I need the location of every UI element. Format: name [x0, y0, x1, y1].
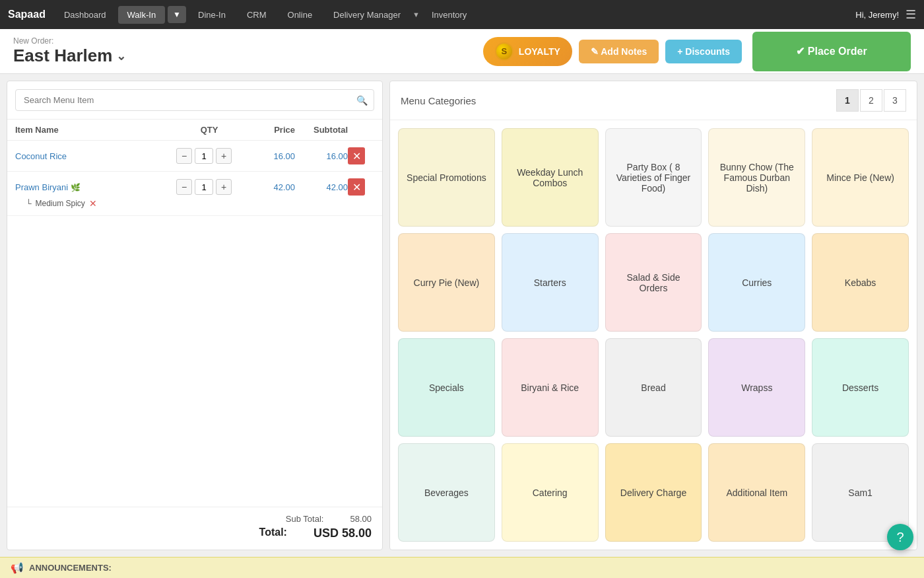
- loyalty-label: LOYALTY: [519, 46, 560, 57]
- walkin-dropdown-arrow[interactable]: ▼: [168, 6, 186, 23]
- remove-item-button[interactable]: ✕: [348, 178, 365, 196]
- modifier-row: └ Medium Spicy ✕: [15, 198, 374, 209]
- pagination: 1 2 3: [836, 89, 906, 112]
- nav-inventory[interactable]: Inventory: [422, 6, 476, 24]
- loyalty-coin: S: [495, 42, 513, 61]
- item-row: Coconut Rice − + 16.00 16.00 ✕: [15, 147, 374, 164]
- item-subtotal: 42.00: [295, 182, 348, 192]
- category-card[interactable]: Bunny Chow (The Famous Durban Dish): [708, 128, 805, 227]
- loyalty-button[interactable]: S LOYALTY: [483, 37, 572, 66]
- announcements-bar: 📢 ANNOUNCEMENTS:: [0, 557, 924, 578]
- delivery-dropdown-icon[interactable]: ▼: [412, 11, 420, 18]
- category-card[interactable]: Kebabs: [812, 233, 909, 332]
- category-card[interactable]: Curries: [708, 233, 805, 332]
- place-order-button[interactable]: ✔ Place Order: [752, 32, 911, 71]
- qty-decrease-button[interactable]: −: [176, 179, 192, 195]
- item-price: 42.00: [242, 182, 295, 192]
- search-wrapper: [15, 89, 374, 111]
- qty-decrease-button[interactable]: −: [176, 148, 192, 164]
- main-content: Item Name QTY Price Subtotal Coconut Ric…: [0, 74, 924, 557]
- category-card[interactable]: Curry Pie (New): [398, 233, 495, 332]
- category-card[interactable]: Bread: [605, 338, 702, 437]
- menu-categories-title: Menu Categories: [401, 95, 476, 106]
- nav-online[interactable]: Online: [279, 6, 322, 24]
- nav-crm[interactable]: CRM: [238, 6, 276, 24]
- category-card[interactable]: Starters: [502, 233, 599, 332]
- top-nav: Sapaad Dashboard Walk-In ▼ Dine-In CRM O…: [0, 0, 924, 29]
- qty-input[interactable]: [195, 179, 213, 195]
- category-card[interactable]: Biryani & Rice: [502, 338, 599, 437]
- total-label: Total:: [259, 526, 287, 540]
- nav-dinein[interactable]: Dine-In: [189, 6, 235, 24]
- veg-icon: 🌿: [71, 183, 81, 192]
- header-actions: S LOYALTY ✎ Add Notes + Discounts: [483, 37, 742, 66]
- hamburger-icon[interactable]: ☰: [906, 7, 916, 22]
- location-text: East Harlem: [13, 46, 112, 66]
- nav-dashboard[interactable]: Dashboard: [55, 6, 116, 24]
- new-order-label: New Order:: [13, 36, 126, 46]
- category-card[interactable]: Delivery Charge: [605, 443, 702, 542]
- col-qty: QTY: [176, 125, 242, 135]
- page-1-button[interactable]: 1: [836, 89, 859, 112]
- search-bar: [7, 81, 382, 120]
- category-card[interactable]: Desserts: [812, 338, 909, 437]
- discounts-button[interactable]: + Discounts: [665, 40, 742, 63]
- modifier-indent: └: [26, 199, 32, 208]
- add-notes-button[interactable]: ✎ Add Notes: [579, 40, 659, 63]
- category-card[interactable]: Additional Item: [708, 443, 805, 542]
- order-table-header: Item Name QTY Price Subtotal: [7, 120, 382, 141]
- total-row: Total: USD 58.00: [18, 526, 372, 540]
- megaphone-icon: 📢: [11, 561, 24, 574]
- remove-item-button[interactable]: ✕: [348, 147, 365, 164]
- qty-increase-button[interactable]: +: [216, 148, 232, 164]
- total-value: USD 58.00: [314, 526, 372, 540]
- qty-input[interactable]: [195, 148, 213, 164]
- location-section: New Order: East Harlem ⌄: [13, 36, 126, 66]
- brand-logo: Sapaad: [8, 9, 46, 20]
- page-3-button[interactable]: 3: [884, 89, 906, 112]
- help-button[interactable]: ?: [887, 524, 913, 550]
- qty-control: − +: [176, 179, 242, 195]
- modifier-remove-button[interactable]: ✕: [89, 198, 97, 209]
- col-price: Price: [242, 125, 295, 135]
- categories-grid: Special PromotionsWeekday Lunch CombosPa…: [390, 120, 917, 550]
- category-card[interactable]: Specials: [398, 338, 495, 437]
- announcements-label: ANNOUNCEMENTS:: [29, 563, 112, 573]
- order-items-list: Coconut Rice − + 16.00 16.00 ✕ Prawn Bir…: [7, 141, 382, 507]
- nav-walkin[interactable]: Walk-In: [118, 6, 166, 24]
- category-card[interactable]: Weekday Lunch Combos: [502, 128, 599, 227]
- category-card[interactable]: Wrapss: [708, 338, 805, 437]
- order-panel: Item Name QTY Price Subtotal Coconut Ric…: [7, 81, 383, 550]
- location-dropdown-arrow[interactable]: ⌄: [116, 49, 126, 63]
- location-name: East Harlem ⌄: [13, 46, 126, 66]
- category-card[interactable]: Beverages: [398, 443, 495, 542]
- search-input[interactable]: [15, 89, 374, 111]
- category-card[interactable]: Party Box ( 8 Varieties of Finger Food): [605, 128, 702, 227]
- category-card[interactable]: Salad & Side Orders: [605, 233, 702, 332]
- nav-delivery[interactable]: Delivery Manager: [324, 6, 410, 24]
- col-item-name: Item Name: [15, 125, 176, 135]
- menu-panel: Menu Categories 1 2 3 Special Promotions…: [389, 81, 917, 550]
- col-subtotal: Subtotal: [295, 125, 348, 135]
- subtotal-label: Sub Total:: [286, 514, 324, 524]
- col-remove: [348, 125, 374, 135]
- menu-panel-header: Menu Categories 1 2 3: [390, 81, 917, 120]
- category-card[interactable]: Special Promotions: [398, 128, 495, 227]
- item-name[interactable]: Prawn Biryani 🌿: [15, 182, 176, 192]
- qty-control: − +: [176, 148, 242, 164]
- user-greeting: Hi, Jeremy!: [855, 10, 899, 20]
- page-2-button[interactable]: 2: [860, 89, 882, 112]
- item-name[interactable]: Coconut Rice: [15, 151, 176, 161]
- category-card[interactable]: Catering: [502, 443, 599, 542]
- category-card[interactable]: Mince Pie (New): [812, 128, 909, 227]
- order-item: Prawn Biryani 🌿 − + 42.00 42.00 ✕ └ Medi…: [7, 172, 382, 216]
- subtotal-value: 58.00: [350, 514, 372, 524]
- modifier-label: Medium Spicy: [36, 199, 85, 208]
- item-row: Prawn Biryani 🌿 − + 42.00 42.00 ✕: [15, 178, 374, 196]
- item-subtotal: 16.00: [295, 151, 348, 161]
- order-totals: Sub Total: 58.00 Total: USD 58.00: [7, 507, 382, 550]
- item-price: 16.00: [242, 151, 295, 161]
- order-item: Coconut Rice − + 16.00 16.00 ✕: [7, 141, 382, 172]
- qty-increase-button[interactable]: +: [216, 179, 232, 195]
- user-area: Hi, Jeremy! ☰: [855, 7, 916, 22]
